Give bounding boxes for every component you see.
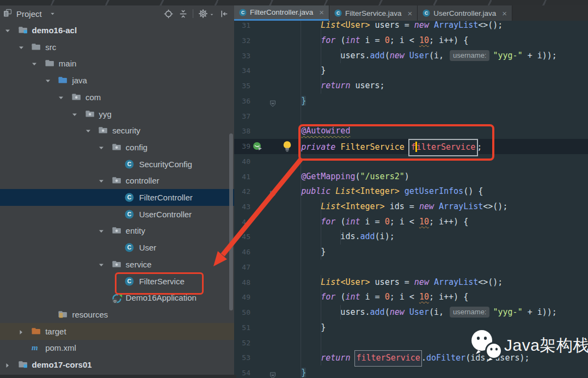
tree-item-src[interactable]: src bbox=[0, 39, 234, 56]
editor-tab-filterservice-java[interactable]: CFilterService.java× bbox=[329, 5, 418, 21]
tree-item-config[interactable]: config bbox=[0, 139, 234, 156]
code-line-47[interactable]: 47 bbox=[234, 260, 588, 275]
line-number: 42 bbox=[237, 184, 250, 199]
code-text: ids.add(i); bbox=[281, 229, 395, 245]
expand-arrow-down-icon[interactable] bbox=[98, 144, 105, 150]
line-number: 39 bbox=[237, 139, 250, 154]
tree-item-yyg[interactable]: yyg bbox=[0, 106, 234, 123]
panel-title[interactable]: Project bbox=[16, 9, 42, 19]
close-tab-icon[interactable]: × bbox=[408, 9, 413, 17]
expand-arrow-down-icon[interactable] bbox=[18, 44, 24, 50]
tab-label: FilterService.java bbox=[345, 9, 402, 17]
expand-arrow-down-icon[interactable] bbox=[4, 27, 11, 33]
tab-label: UserController.java bbox=[433, 9, 496, 17]
parameter-hint-badge: username: bbox=[450, 307, 489, 318]
class-icon: C bbox=[422, 9, 430, 17]
expand-arrow-down-icon[interactable] bbox=[98, 227, 105, 234]
tree-item-java[interactable]: java bbox=[0, 72, 234, 89]
close-tab-icon[interactable]: × bbox=[319, 8, 324, 16]
code-line-42[interactable]: 42 public List<Integer> getUserInfos() { bbox=[234, 184, 588, 199]
editor-tab-usercontroller-java[interactable]: CUserController.java× bbox=[418, 5, 512, 21]
editor-tab-filtercontroller-java[interactable]: CFilterController.java× bbox=[234, 5, 329, 21]
tree-item-security[interactable]: security bbox=[0, 122, 234, 139]
tree-item-filtercontroller[interactable]: CFilterController bbox=[0, 189, 234, 206]
code-text: List<User> users = new ArrayList<>(); bbox=[281, 275, 503, 290]
code-line-37[interactable]: 37 bbox=[234, 109, 588, 124]
tree-item-securityconfig[interactable]: CSecurityConfig bbox=[0, 156, 234, 173]
package-icon bbox=[98, 126, 109, 136]
tree-item-label: main bbox=[59, 55, 77, 72]
tree-item-label: service bbox=[126, 256, 152, 273]
svg-text:m: m bbox=[32, 343, 38, 352]
tree-item-target[interactable]: target bbox=[0, 323, 234, 340]
expand-arrow-down-icon[interactable] bbox=[85, 127, 91, 133]
line-number: 46 bbox=[237, 245, 250, 260]
code-line-34[interactable]: 34 } bbox=[234, 63, 588, 78]
tree-item-label: src bbox=[45, 39, 56, 56]
code-line-49[interactable]: 49 for (int i = 0; i < 10; i++) { bbox=[234, 290, 588, 305]
project-panel: Project bbox=[0, 5, 234, 375]
class-icon: C bbox=[239, 9, 247, 16]
tree-item-label: UserController bbox=[139, 206, 192, 223]
tree-item-entity[interactable]: entity bbox=[0, 222, 234, 239]
code-editor[interactable]: 31 List<User> users = new ArrayList<>();… bbox=[234, 0, 588, 378]
line-number: 44 bbox=[237, 215, 250, 230]
line-number: 49 bbox=[237, 290, 250, 305]
line-number: 35 bbox=[237, 78, 250, 94]
code-line-36[interactable]: 36 } bbox=[234, 94, 588, 109]
expand-arrow-right-icon[interactable] bbox=[18, 328, 24, 334]
gear-icon[interactable] bbox=[198, 9, 208, 19]
tree-item-service[interactable]: service bbox=[0, 256, 234, 273]
tree-item-com[interactable]: com bbox=[0, 89, 234, 106]
line-number: 52 bbox=[237, 336, 250, 351]
line-number: 47 bbox=[237, 260, 250, 275]
tree-item-demo17-cors01[interactable]: demo17-cors01 bbox=[0, 356, 234, 373]
fold-marker-icon[interactable] bbox=[269, 369, 277, 378]
code-line-45[interactable]: 45 ids.add(i); bbox=[234, 229, 588, 245]
code-text: users.add(new User(i, username:"yyg-" + … bbox=[281, 305, 557, 320]
expand-arrow-down-icon[interactable] bbox=[98, 261, 105, 267]
line-number: 41 bbox=[237, 169, 250, 185]
chevron-down-icon[interactable] bbox=[50, 11, 56, 17]
code-text: List<Integer> ids = new ArrayList<>(); bbox=[281, 199, 507, 215]
expand-arrow-right-icon[interactable] bbox=[4, 361, 11, 368]
tree-item-resources[interactable]: resources bbox=[0, 306, 234, 323]
locate-file-button[interactable] bbox=[163, 9, 173, 19]
package-icon bbox=[112, 176, 122, 186]
expand-arrow-down-icon[interactable] bbox=[45, 77, 51, 83]
expand-arrow-down-icon[interactable] bbox=[58, 94, 64, 100]
expand-arrow-down-icon[interactable] bbox=[98, 177, 105, 184]
folder-icon bbox=[45, 59, 56, 69]
editor-tab-bar: CFilterController.java×CFilterService.ja… bbox=[234, 5, 588, 21]
code-line-32[interactable]: 32 for (int i = 0; i < 10; i++) { bbox=[234, 33, 588, 48]
tree-item-label: config bbox=[126, 139, 148, 156]
code-line-46[interactable]: 46 } bbox=[234, 245, 588, 260]
tree-item-usercontroller[interactable]: CUserController bbox=[0, 206, 234, 223]
identifier-occurrence-box: filterService bbox=[354, 350, 421, 367]
tree-item-demo16-acl[interactable]: demo16-acl bbox=[0, 22, 234, 39]
code-line-44[interactable]: 44 for (int i = 0; i < 10; i++) { bbox=[234, 215, 588, 230]
code-line-50[interactable]: 50 users.add(new User(i, username:"yyg-"… bbox=[234, 305, 588, 320]
expand-arrow-down-icon[interactable] bbox=[31, 60, 38, 66]
resources-icon bbox=[58, 310, 69, 320]
tree-item-pom.xml[interactable]: mpom.xml bbox=[0, 339, 234, 356]
collapse-all-button[interactable] bbox=[178, 9, 188, 19]
code-line-43[interactable]: 43 List<Integer> ids = new ArrayList<>()… bbox=[234, 199, 588, 215]
tree-item-main[interactable]: main bbox=[0, 55, 234, 72]
srcroot-icon bbox=[58, 76, 69, 86]
tree-item-user[interactable]: CUser bbox=[0, 239, 234, 256]
code-line-54[interactable]: 54 } bbox=[234, 365, 588, 378]
code-line-48[interactable]: 48 List<User> users = new ArrayList<>(); bbox=[234, 275, 588, 290]
window-top-strip bbox=[0, 0, 588, 5]
code-line-41[interactable]: 41 @GetMapping("/users2") bbox=[234, 169, 588, 185]
expand-arrow-down-icon[interactable] bbox=[71, 111, 78, 117]
code-line-33[interactable]: 33 users.add(new User(i, username:"yyg-"… bbox=[234, 48, 588, 64]
code-line-35[interactable]: 35 return users; bbox=[234, 78, 588, 94]
tree-item-label: security bbox=[112, 122, 140, 139]
tree-item-controller[interactable]: controller bbox=[0, 172, 234, 189]
hide-panel-button[interactable] bbox=[219, 9, 229, 19]
tree-scrollbar[interactable] bbox=[229, 133, 233, 310]
close-tab-icon[interactable]: × bbox=[502, 9, 507, 17]
gear-dropdown-icon[interactable] bbox=[210, 9, 214, 19]
tree-item-label: target bbox=[45, 323, 66, 340]
